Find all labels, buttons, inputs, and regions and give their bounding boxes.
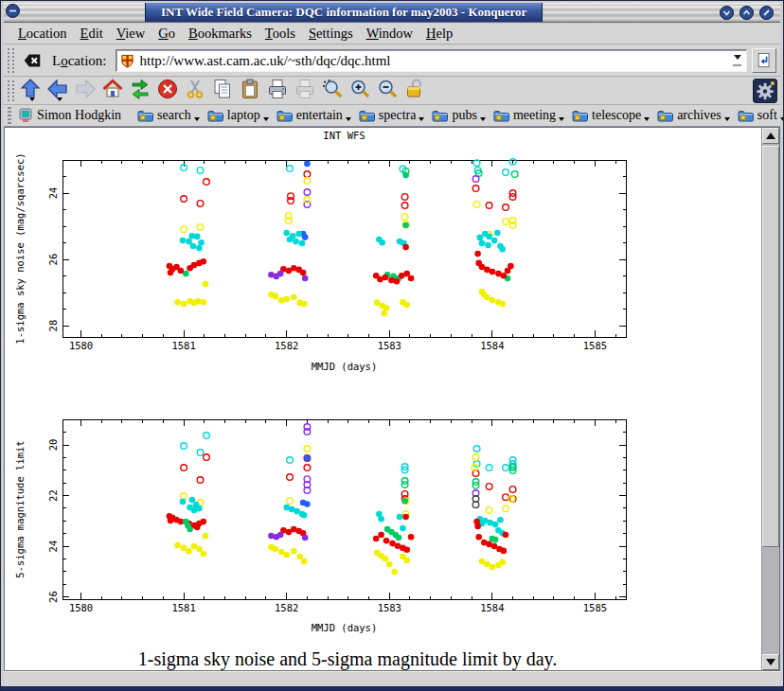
toolbar-grip[interactable] bbox=[8, 107, 11, 124]
paste-button[interactable] bbox=[237, 79, 263, 104]
stop-icon bbox=[156, 78, 179, 104]
magnitude-limit-plot: 15801581158215831584158520222426MMJD (da… bbox=[5, 412, 669, 643]
location-label: Location: bbox=[48, 53, 111, 69]
location-combobox[interactable] bbox=[116, 49, 748, 72]
find-button[interactable] bbox=[319, 79, 346, 104]
security-lock-button[interactable] bbox=[401, 79, 428, 104]
dropdown-indicator-icon bbox=[29, 97, 35, 104]
zoom-in-icon bbox=[348, 78, 371, 104]
toolbar-grip[interactable] bbox=[8, 80, 14, 101]
location-dropdown-button[interactable] bbox=[730, 52, 744, 69]
minimize-icon bbox=[720, 6, 734, 20]
main-toolbar bbox=[4, 78, 780, 105]
window-menu-button[interactable] bbox=[4, 3, 22, 22]
bookmark-meeting[interactable]: meeting bbox=[490, 108, 561, 123]
konqueror-gear-throbber bbox=[752, 79, 778, 104]
dropdown-indicator-icon bbox=[194, 117, 200, 124]
menu-bookmarks[interactable]: Bookmarks bbox=[182, 25, 258, 43]
reload-button[interactable] bbox=[127, 79, 153, 104]
zoom-out-icon bbox=[376, 78, 399, 104]
up-button[interactable] bbox=[17, 79, 44, 104]
menu-settings[interactable]: Settings bbox=[302, 25, 360, 43]
bookmark-archives[interactable]: archives bbox=[654, 108, 727, 123]
series-cyan-filled bbox=[180, 497, 506, 537]
copy-button[interactable] bbox=[209, 79, 236, 104]
series-yellow-open bbox=[181, 178, 516, 239]
clear-location-button[interactable] bbox=[21, 49, 44, 72]
svg-text:MMJD (days): MMJD (days) bbox=[312, 361, 378, 372]
forward-icon bbox=[74, 78, 97, 104]
print-button[interactable] bbox=[264, 79, 291, 104]
dropdown-indicator-icon bbox=[419, 117, 424, 124]
scroll-down-button[interactable] bbox=[762, 654, 779, 670]
stop-button[interactable] bbox=[154, 79, 181, 104]
bookmark-label: search bbox=[157, 108, 191, 123]
bookmark-pubs[interactable]: pubs bbox=[429, 108, 482, 123]
series-red-open bbox=[181, 454, 516, 503]
bookmark-spectra[interactable]: spectra bbox=[356, 108, 422, 123]
konqueror-window: INT Wide Field Camera: DQC information f… bbox=[0, 0, 784, 691]
print-frame-button bbox=[292, 79, 318, 104]
minimize-button[interactable] bbox=[718, 6, 736, 20]
url-input[interactable] bbox=[138, 53, 731, 69]
close-button[interactable] bbox=[757, 6, 775, 20]
titlebar-drag-area[interactable] bbox=[543, 3, 718, 22]
cut-button[interactable] bbox=[182, 79, 208, 104]
zoom-out-button[interactable] bbox=[374, 79, 401, 104]
bookmark-telescope[interactable]: telescope bbox=[569, 108, 647, 123]
bookmark-laptop[interactable]: laptop bbox=[205, 108, 266, 123]
maximize-button[interactable] bbox=[738, 6, 756, 20]
menu-view[interactable]: View bbox=[110, 25, 152, 43]
user-gadget-icon bbox=[18, 108, 33, 123]
bookmark-folder-icon bbox=[276, 108, 293, 123]
bookmark-label: entertain bbox=[296, 108, 343, 123]
menu-window[interactable]: Window bbox=[360, 25, 419, 43]
series-red-filled bbox=[167, 513, 509, 554]
title-bar[interactable]: INT Wide Field Camera: DQC information f… bbox=[4, 3, 780, 23]
svg-text:20: 20 bbox=[47, 439, 59, 452]
find-icon bbox=[321, 78, 344, 104]
series-green-filled bbox=[183, 172, 510, 281]
bookmark-search[interactable]: search bbox=[134, 108, 197, 123]
svg-text:1584: 1584 bbox=[480, 602, 504, 613]
window-title: INT Wide Field Camera: DQC information f… bbox=[145, 3, 543, 22]
arrow-down-icon bbox=[766, 659, 775, 670]
series-gray-open bbox=[472, 496, 479, 508]
go-icon bbox=[755, 51, 774, 70]
svg-text:1581: 1581 bbox=[171, 340, 195, 351]
menu-help[interactable]: Help bbox=[419, 25, 459, 43]
svg-text:1582: 1582 bbox=[275, 602, 298, 613]
scroll-up-button[interactable] bbox=[762, 128, 779, 144]
scrollbar-thumb[interactable] bbox=[762, 146, 779, 547]
menu-tools[interactable]: Tools bbox=[258, 25, 302, 43]
bookmark-label: meeting bbox=[513, 108, 556, 123]
figure-caption: 1-sigma sky noise and 5-sigma magnitude … bbox=[5, 648, 690, 670]
zoom-in-button[interactable] bbox=[347, 79, 373, 104]
menu-edit[interactable]: Edit bbox=[74, 25, 110, 43]
home-icon bbox=[101, 78, 124, 104]
dropdown-indicator-icon bbox=[780, 117, 784, 124]
window-frame-bottom bbox=[1, 686, 783, 690]
toolbar-grip[interactable] bbox=[8, 48, 14, 73]
series-purple-open bbox=[304, 176, 479, 208]
back-button[interactable] bbox=[45, 79, 71, 104]
bookmark-entertain[interactable]: entertain bbox=[274, 108, 348, 123]
bookmark-simon-hodgkin[interactable]: Simon Hodgkin bbox=[15, 108, 127, 123]
vertical-scrollbar[interactable] bbox=[761, 128, 779, 670]
svg-text:28: 28 bbox=[47, 320, 59, 332]
svg-text:1582: 1582 bbox=[275, 340, 298, 351]
home-button[interactable] bbox=[99, 79, 126, 104]
svg-text:26: 26 bbox=[47, 254, 59, 266]
bookmark-label: Simon Hodgkin bbox=[37, 108, 121, 123]
svg-text:1583: 1583 bbox=[378, 602, 401, 613]
bookmark-folder-icon bbox=[738, 108, 754, 123]
arrow-up-icon bbox=[766, 128, 775, 139]
series-yellow-filled bbox=[174, 281, 506, 317]
menu-location[interactable]: Location bbox=[11, 25, 74, 43]
bookmark-soft[interactable]: soft bbox=[735, 108, 783, 123]
menu-go[interactable]: Go bbox=[151, 25, 182, 43]
series-red-filled bbox=[167, 244, 514, 285]
bookmark-label: spectra bbox=[379, 108, 417, 123]
go-button[interactable] bbox=[752, 48, 776, 73]
browser-viewport: 158015811582158315841585242628INT WFSMMJ… bbox=[4, 127, 780, 671]
